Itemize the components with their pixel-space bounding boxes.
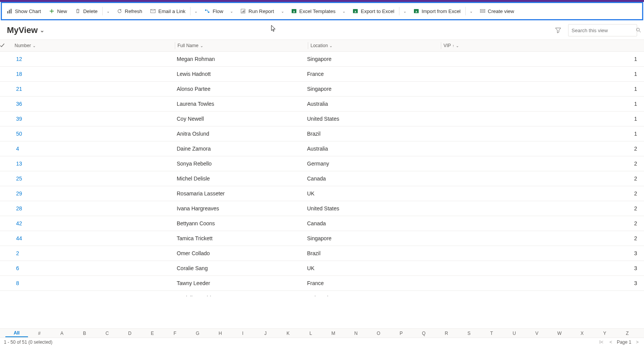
alpha-filter-z[interactable]: Z bbox=[616, 330, 639, 337]
column-header-fullname[interactable]: Full Name ⌄ bbox=[177, 43, 308, 48]
table-row[interactable]: 18Lewis HadnottFrance1 bbox=[0, 67, 644, 82]
alpha-filter-s[interactable]: S bbox=[458, 330, 480, 337]
record-link[interactable]: 6 bbox=[16, 265, 19, 271]
record-link[interactable]: 44 bbox=[16, 235, 22, 241]
table-row[interactable]: 21Alonso ParteeSingapore1 bbox=[0, 82, 644, 97]
show-chart-button[interactable]: Show Chart bbox=[3, 4, 45, 18]
chevron-down-icon: ⌄ bbox=[281, 9, 284, 13]
report-icon bbox=[240, 8, 246, 14]
import-excel-chevron[interactable]: ⌄ bbox=[467, 4, 476, 18]
delete-button[interactable]: Delete bbox=[71, 4, 102, 18]
page-prev-button[interactable]: < bbox=[608, 339, 614, 345]
table-row[interactable]: 39Coy NewellUnited States1 bbox=[0, 112, 644, 126]
column-header-location[interactable]: Location ⌄ bbox=[310, 43, 441, 48]
page-first-button[interactable]: I< bbox=[598, 339, 605, 345]
table-row[interactable]: 29Rosamaria LasseterUK2 bbox=[0, 186, 644, 201]
record-link[interactable]: 10 bbox=[16, 295, 22, 296]
record-link[interactable]: 18 bbox=[16, 71, 22, 77]
table-row[interactable]: 13Sonya RebelloGermany2 bbox=[0, 156, 644, 171]
cell-fullname: Tawny Leeder bbox=[175, 280, 305, 286]
record-link[interactable]: 39 bbox=[16, 116, 22, 122]
column-header-vip[interactable]: VIP ↑ ⌄ bbox=[444, 43, 641, 48]
email-link-button[interactable]: Email a Link bbox=[146, 4, 189, 18]
cell-number: 50 bbox=[14, 131, 175, 137]
record-link[interactable]: 12 bbox=[16, 56, 22, 62]
table-row[interactable]: 44Tamica TrickettSingapore2 bbox=[0, 231, 644, 246]
alpha-filter-r[interactable]: R bbox=[435, 330, 458, 337]
run-report-button[interactable]: Run Report bbox=[236, 4, 278, 18]
delete-chevron[interactable]: ⌄ bbox=[104, 4, 113, 18]
email-link-chevron[interactable]: ⌄ bbox=[191, 4, 200, 18]
alpha-filter-l[interactable]: L bbox=[299, 330, 322, 337]
alpha-filter-q[interactable]: Q bbox=[412, 330, 435, 337]
alpha-filter-e[interactable]: E bbox=[141, 330, 164, 337]
grid-body[interactable]: 12Megan RohmanSingapore118Lewis HadnottF… bbox=[0, 52, 644, 296]
record-link[interactable]: 21 bbox=[16, 86, 22, 92]
page-next-button[interactable]: > bbox=[634, 339, 640, 345]
chevron-down-icon: ⌄ bbox=[107, 9, 110, 13]
record-link[interactable]: 13 bbox=[16, 161, 22, 167]
alpha-filter-#[interactable]: # bbox=[28, 330, 51, 337]
column-header-number[interactable]: Number ⌄ bbox=[14, 43, 175, 48]
alpha-filter-p[interactable]: P bbox=[390, 330, 412, 337]
search-input[interactable] bbox=[572, 28, 636, 33]
alpha-filter-k[interactable]: K bbox=[277, 330, 299, 337]
alpha-filter-j[interactable]: J bbox=[254, 330, 277, 337]
record-link[interactable]: 50 bbox=[16, 131, 22, 137]
record-link[interactable]: 8 bbox=[16, 280, 19, 286]
table-row[interactable]: 12Megan RohmanSingapore1 bbox=[0, 52, 644, 67]
alpha-filter-n[interactable]: N bbox=[345, 330, 367, 337]
table-row[interactable]: 10Madaline NeblettMalayasia3 bbox=[0, 291, 644, 296]
alpha-filter-i[interactable]: I bbox=[232, 330, 254, 337]
alpha-filter-c[interactable]: C bbox=[96, 330, 118, 337]
flow-chevron[interactable]: ⌄ bbox=[227, 4, 236, 18]
record-link[interactable]: 29 bbox=[16, 190, 22, 197]
table-row[interactable]: 36Laurena TowlesAustralia1 bbox=[0, 97, 644, 112]
table-row[interactable]: 42Bettyann CoonsCanada2 bbox=[0, 216, 644, 231]
alpha-filter-d[interactable]: D bbox=[118, 330, 141, 337]
alpha-filter-t[interactable]: T bbox=[480, 330, 503, 337]
svg-rect-2 bbox=[11, 9, 12, 13]
excel-templates-chevron[interactable]: ⌄ bbox=[339, 4, 348, 18]
run-report-chevron[interactable]: ⌄ bbox=[278, 4, 287, 18]
alpha-filter-f[interactable]: F bbox=[164, 330, 186, 337]
select-all-checkbox[interactable] bbox=[0, 43, 14, 48]
search-box[interactable] bbox=[568, 24, 637, 36]
table-row[interactable]: 8Tawny LeederFrance3 bbox=[0, 276, 644, 291]
alpha-filter-g[interactable]: G bbox=[186, 330, 209, 337]
table-row[interactable]: 50Anitra OslundBrazil1 bbox=[0, 126, 644, 141]
alpha-filter-a[interactable]: A bbox=[51, 330, 73, 337]
alpha-filter-all[interactable]: All bbox=[5, 330, 28, 337]
alpha-filter-y[interactable]: Y bbox=[593, 330, 616, 337]
flow-button[interactable]: Flow bbox=[200, 4, 227, 18]
new-button[interactable]: New bbox=[45, 4, 71, 18]
table-row[interactable]: 4Daine ZamoraAustralia2 bbox=[0, 141, 644, 156]
alpha-filter-u[interactable]: U bbox=[503, 330, 526, 337]
export-excel-button[interactable]: X Export to Excel bbox=[348, 4, 398, 18]
record-link[interactable]: 2 bbox=[16, 250, 19, 256]
alpha-filter-x[interactable]: X bbox=[571, 330, 593, 337]
record-link[interactable]: 42 bbox=[16, 220, 22, 226]
filter-button[interactable] bbox=[551, 25, 565, 36]
export-excel-chevron[interactable]: ⌄ bbox=[400, 4, 409, 18]
alpha-filter-w[interactable]: W bbox=[548, 330, 571, 337]
svg-text:X: X bbox=[355, 10, 357, 13]
record-link[interactable]: 36 bbox=[16, 101, 22, 107]
table-row[interactable]: 2Omer ColladoBrazil3 bbox=[0, 246, 644, 261]
refresh-button[interactable]: Refresh bbox=[113, 4, 146, 18]
alpha-filter-o[interactable]: O bbox=[367, 330, 390, 337]
excel-templates-button[interactable]: X Excel Templates bbox=[287, 4, 339, 18]
import-excel-button[interactable]: X Import from Excel bbox=[409, 4, 465, 18]
alpha-filter-m[interactable]: M bbox=[322, 330, 345, 337]
table-row[interactable]: 28Ivana HargreavesUnited States2 bbox=[0, 201, 644, 216]
alpha-filter-b[interactable]: B bbox=[73, 330, 96, 337]
alpha-filter-v[interactable]: V bbox=[526, 330, 548, 337]
record-link[interactable]: 4 bbox=[16, 146, 19, 152]
create-view-button[interactable]: Create view bbox=[476, 4, 518, 18]
alpha-filter-h[interactable]: H bbox=[209, 330, 232, 337]
record-link[interactable]: 25 bbox=[16, 175, 22, 182]
table-row[interactable]: 6Coralie SangUK3 bbox=[0, 261, 644, 276]
record-link[interactable]: 28 bbox=[16, 205, 22, 212]
view-selector[interactable]: MyView ⌄ bbox=[7, 25, 44, 35]
table-row[interactable]: 25Michel DelisleCanada2 bbox=[0, 171, 644, 186]
